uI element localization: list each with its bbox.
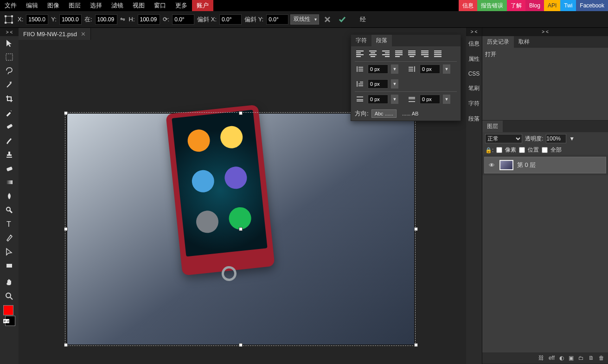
strip-para[interactable]: 段落 <box>466 111 482 127</box>
pen-tool[interactable] <box>2 231 17 245</box>
lasso-tool[interactable] <box>2 64 17 78</box>
crop-tool[interactable] <box>2 92 17 106</box>
interpolation-select[interactable]: 双线性 <box>290 14 319 25</box>
handle-sw[interactable] <box>64 343 68 347</box>
handle-w[interactable] <box>64 227 68 231</box>
direction-rtl-button[interactable]: ...... AB <box>399 110 421 117</box>
menu-filter[interactable]: 滤镜 <box>107 0 128 11</box>
rot-input[interactable] <box>172 14 194 25</box>
dodge-tool[interactable] <box>2 203 17 217</box>
h-input[interactable] <box>138 14 160 25</box>
brush-tool[interactable] <box>2 134 17 147</box>
gradient-tool[interactable] <box>2 175 17 189</box>
menu-window[interactable]: 窗口 <box>149 0 171 11</box>
menu-layer[interactable]: 图层 <box>64 0 85 11</box>
cancel-transform-icon[interactable] <box>323 15 332 24</box>
opacity-dropdown-icon[interactable]: ▼ <box>569 135 575 142</box>
path-select-tool[interactable] <box>2 245 17 259</box>
indent-right-input[interactable] <box>420 64 440 74</box>
menu-select[interactable]: 选择 <box>85 0 107 11</box>
w-input[interactable] <box>95 14 117 25</box>
strip-char[interactable]: 字符 <box>466 96 482 111</box>
space-after-dropdown[interactable]: ▼ <box>443 95 450 104</box>
align-center-icon[interactable] <box>368 49 378 58</box>
link-learn[interactable]: 了解 <box>507 0 525 11</box>
link-layers-icon[interactable]: ⛓ <box>538 355 544 361</box>
commit-transform-icon[interactable] <box>338 15 347 24</box>
hand-tool[interactable] <box>2 275 17 289</box>
delete-layer-icon[interactable]: 🗑 <box>599 355 604 361</box>
layer-visibility-icon[interactable]: 👁 <box>487 162 496 169</box>
align-right-icon[interactable] <box>381 49 391 58</box>
paragraph-panel[interactable]: 字符 段落 ▼ ▼ ▼ ▼ ▼ 方向: Abc ...... ...... AB <box>351 34 461 121</box>
justify-left-icon[interactable] <box>394 49 404 58</box>
indent-left-dropdown[interactable]: ▼ <box>391 64 398 74</box>
x-input[interactable] <box>26 14 48 25</box>
tools-collapse-button[interactable]: > < <box>0 28 19 36</box>
y-input[interactable] <box>59 14 82 25</box>
strip-collapse-button[interactable]: > < <box>466 28 482 36</box>
justify-center-icon[interactable] <box>407 49 417 58</box>
tab-layers[interactable]: 图层 <box>482 121 503 132</box>
link-twitter[interactable]: Twi <box>560 0 576 11</box>
close-document-icon[interactable]: ✕ <box>81 31 86 38</box>
document-tab[interactable]: FIIO M9-NW-21.psd ✕ <box>19 28 91 40</box>
align-left-icon[interactable] <box>355 49 365 58</box>
strip-brush[interactable]: 笔刷 <box>466 81 482 96</box>
menu-more[interactable]: 更多 <box>171 0 192 11</box>
color-swatches[interactable]: # d <box>2 305 16 326</box>
adjustment-layer-icon[interactable]: ◐ <box>559 355 564 361</box>
space-before-dropdown[interactable]: ▼ <box>391 95 398 104</box>
tab-character[interactable]: 字符 <box>351 35 371 46</box>
justify-all-icon[interactable] <box>433 49 443 58</box>
layer-name[interactable]: 第 0 层 <box>517 161 536 169</box>
indent-right-dropdown[interactable]: ▼ <box>443 64 450 74</box>
move-tool[interactable] <box>2 36 17 50</box>
panels-collapse-button[interactable]: > < <box>482 28 608 36</box>
direction-ltr-button[interactable]: Abc ...... <box>371 109 397 118</box>
layer-thumbnail[interactable] <box>499 160 513 170</box>
tab-paragraph[interactable]: 段落 <box>371 35 392 46</box>
blend-mode-select[interactable]: 正常 <box>485 134 522 143</box>
handle-center[interactable] <box>239 227 243 231</box>
link-blog[interactable]: Blog <box>525 0 544 11</box>
history-item-open[interactable]: 打开 <box>485 51 605 58</box>
skewx-input[interactable] <box>219 14 242 25</box>
zoom-tool[interactable] <box>2 289 17 303</box>
handle-n[interactable] <box>239 111 243 115</box>
space-after-input[interactable] <box>420 95 440 104</box>
handle-nw[interactable] <box>64 111 68 115</box>
lock-pixels-checkbox[interactable] <box>496 147 502 153</box>
lock-position-checkbox[interactable] <box>519 147 525 153</box>
handle-e[interactable] <box>414 227 418 231</box>
menu-file[interactable]: 文件 <box>0 0 21 11</box>
space-before-input[interactable] <box>368 95 388 104</box>
strip-css[interactable]: CSS <box>466 67 482 81</box>
marquee-tool[interactable] <box>2 50 17 64</box>
warp-mode-button[interactable]: 经 <box>359 15 367 24</box>
new-layer-icon[interactable]: 🗎 <box>589 355 594 361</box>
menu-view[interactable]: 视图 <box>128 0 149 11</box>
indent-first-dropdown[interactable]: ▼ <box>391 79 398 89</box>
foreground-color[interactable] <box>3 305 13 315</box>
indent-left-input[interactable] <box>368 64 388 74</box>
type-tool[interactable]: T <box>2 217 17 231</box>
strip-attrs[interactable]: 属性 <box>466 51 482 67</box>
strip-info[interactable]: 信息 <box>466 36 482 51</box>
link-info[interactable]: 信息 <box>459 0 477 11</box>
tab-history[interactable]: 历史记录 <box>482 36 514 48</box>
justify-right-icon[interactable] <box>420 49 430 58</box>
tab-swatches[interactable]: 取样 <box>514 36 534 48</box>
opacity-input[interactable] <box>546 134 566 143</box>
handle-s[interactable] <box>239 343 243 347</box>
eyedropper-tool[interactable] <box>2 106 17 120</box>
eraser-tool[interactable] <box>2 161 17 175</box>
lock-all-checkbox[interactable] <box>542 147 548 153</box>
stamp-tool[interactable] <box>2 147 17 161</box>
layer-row[interactable]: 👁 第 0 层 <box>484 157 606 173</box>
link-facebook[interactable]: Facebook <box>576 0 608 11</box>
menu-image[interactable]: 图像 <box>43 0 64 11</box>
group-icon[interactable]: 🗀 <box>578 355 584 361</box>
menu-edit[interactable]: 编辑 <box>21 0 43 11</box>
mask-icon[interactable]: ▣ <box>569 355 574 361</box>
